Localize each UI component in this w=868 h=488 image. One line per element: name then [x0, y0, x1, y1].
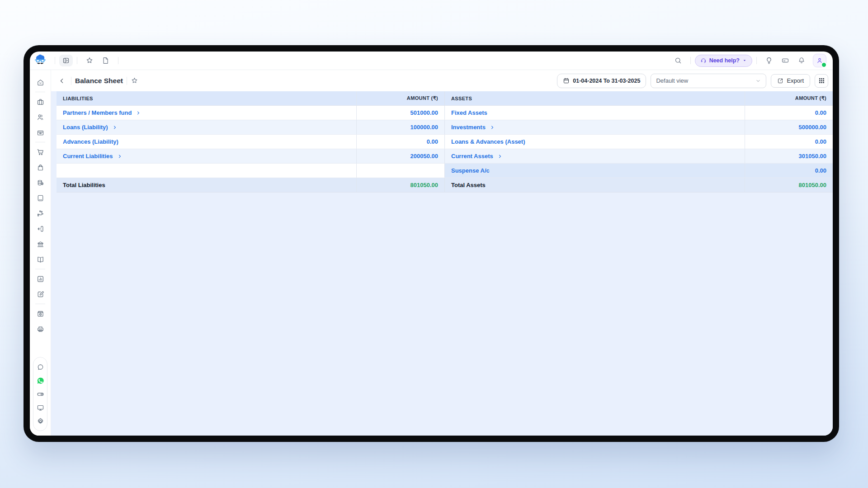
asset-name-cell: Investments	[444, 120, 745, 134]
sidebar-item-cart[interactable]	[33, 145, 47, 159]
liability-account-link[interactable]: Loans (Liability)	[63, 124, 108, 131]
sidebar-footer	[33, 357, 47, 431]
divider	[127, 77, 127, 85]
total-assets-label: Total Assets	[444, 178, 745, 192]
sidebar-divider	[35, 269, 45, 269]
liability-amount-cell: 0.00	[356, 135, 444, 149]
settings-icon	[37, 418, 44, 425]
balance-sheet-table: LIABILITIES AMOUNT (₹) ASSETS AMOUNT (₹)…	[57, 91, 833, 192]
asset-account-link[interactable]: Current Assets	[451, 153, 493, 160]
sidebar-item-toggle[interactable]	[34, 388, 46, 400]
profile-button[interactable]	[813, 54, 826, 67]
divider	[71, 77, 71, 85]
need-help-button[interactable]: Need help?	[695, 55, 752, 67]
asset-amount-cell: 0.00	[745, 135, 833, 149]
asset-amount-cell: 301050.00	[745, 149, 833, 163]
asset-name-cell: Fixed Assets	[444, 106, 745, 120]
liabilities-column-header: LIABILITIES	[57, 91, 356, 105]
sidebar-item-briefcase[interactable]	[33, 95, 47, 108]
assets-amount-column-header: AMOUNT (₹)	[745, 91, 833, 105]
divider	[118, 57, 118, 64]
divider	[756, 57, 757, 64]
apps-grid-button[interactable]	[815, 74, 828, 88]
favorite-report-icon[interactable]	[131, 77, 138, 84]
balance-sheet-rows: Partners / Members fund501000.00Fixed As…	[57, 106, 833, 178]
sidebar	[30, 70, 51, 436]
whatsapp-icon	[37, 377, 44, 385]
favorite-star-icon[interactable]	[85, 56, 94, 65]
chevron-right-icon	[498, 154, 502, 159]
bank-icon	[37, 240, 44, 248]
sidebar-item-bank[interactable]	[33, 237, 47, 251]
date-range-label: 01-04-2024 To 31-03-2025	[573, 78, 640, 84]
sidebar-item-users[interactable]	[33, 110, 47, 124]
document-edit-icon	[37, 291, 44, 298]
table-row: Current Liabilities200050.00Current Asse…	[57, 149, 833, 164]
sidebar-item-bar-chart[interactable]	[33, 272, 47, 286]
chevron-right-icon	[490, 125, 495, 130]
chevron-down-icon	[755, 78, 761, 84]
panel-toggle-icon	[62, 57, 70, 64]
liability-account-link[interactable]: Current Liabilities	[63, 153, 113, 160]
sidebar-item-support-chat[interactable]	[34, 361, 46, 373]
sidebar-item-shopping-bag[interactable]	[33, 160, 47, 174]
chevron-right-icon	[113, 125, 117, 130]
export-icon	[777, 78, 783, 84]
asset-account-link[interactable]: Suspense A/c	[451, 167, 490, 174]
online-status-dot	[821, 62, 827, 68]
liability-account-link[interactable]: Partners / Members fund	[63, 109, 132, 116]
keyboard-icon[interactable]	[781, 56, 789, 65]
total-liabilities-amount: 801050.00	[356, 178, 444, 192]
liability-amount-cell	[356, 164, 444, 178]
view-selector-dropdown[interactable]: Default view	[651, 74, 766, 88]
idea-bulb-icon[interactable]	[765, 56, 773, 65]
back-button[interactable]	[57, 75, 67, 86]
sidebar-item-settings[interactable]	[34, 415, 46, 427]
sidebar-divider	[35, 142, 45, 142]
sidebar-item-hand-coins[interactable]	[33, 206, 47, 220]
asset-account-link[interactable]: Loans & Advances (Asset)	[451, 138, 525, 145]
chevron-right-icon	[118, 154, 122, 159]
asset-amount-cell: 0.00	[745, 106, 833, 120]
liability-account-link[interactable]: Advances (Liability)	[63, 138, 118, 145]
sidebar-collapse-button[interactable]	[59, 55, 73, 66]
coins-icon	[37, 179, 44, 187]
toggle-icon	[37, 390, 44, 398]
sidebar-item-document-edit[interactable]	[33, 287, 47, 301]
sidebar-item-package-settings[interactable]	[33, 307, 47, 320]
sidebar-item-coins[interactable]	[33, 176, 47, 189]
sidebar-item-whatsapp[interactable]	[34, 374, 46, 387]
app-logo[interactable]	[30, 54, 51, 68]
headset-icon	[700, 57, 707, 64]
liability-name-cell: Partners / Members fund	[57, 106, 356, 120]
search-icon[interactable]	[674, 56, 682, 65]
open-book-icon	[37, 256, 44, 263]
sidebar-item-archive-box[interactable]	[33, 126, 47, 139]
divider	[77, 57, 77, 64]
totals-row: Total Liabilities 801050.00 Total Assets…	[57, 178, 833, 192]
divider	[690, 57, 691, 64]
date-range-picker[interactable]: 01-04-2024 To 31-03-2025	[557, 74, 646, 88]
asset-account-link[interactable]: Investments	[451, 124, 486, 131]
sidebar-item-monitor[interactable]	[34, 401, 46, 414]
page-header: Balance Sheet 01-04-2024 To 31-03-2025 D…	[51, 70, 833, 91]
asset-name-cell: Current Assets	[444, 149, 745, 163]
liability-name-cell: Current Liabilities	[57, 149, 356, 163]
sidebar-item-notebook[interactable]	[33, 191, 47, 205]
shopping-bag-icon	[37, 164, 44, 171]
sidebar-item-exit-door[interactable]	[33, 222, 47, 235]
app-window: Need help?	[30, 52, 833, 436]
export-label: Export	[787, 77, 804, 84]
export-button[interactable]: Export	[771, 74, 810, 88]
sidebar-item-printer[interactable]	[33, 322, 47, 336]
chevron-right-icon	[136, 111, 141, 115]
sidebar-divider	[35, 304, 45, 304]
document-icon[interactable]	[102, 56, 110, 65]
sidebar-item-home[interactable]	[33, 75, 47, 89]
notifications-icon[interactable]	[797, 56, 806, 65]
asset-account-link[interactable]: Fixed Assets	[451, 109, 487, 116]
sidebar-divider	[35, 92, 45, 92]
sidebar-item-open-book[interactable]	[33, 253, 47, 266]
table-header-row: LIABILITIES AMOUNT (₹) ASSETS AMOUNT (₹)	[57, 91, 833, 106]
calendar-icon	[563, 77, 570, 84]
